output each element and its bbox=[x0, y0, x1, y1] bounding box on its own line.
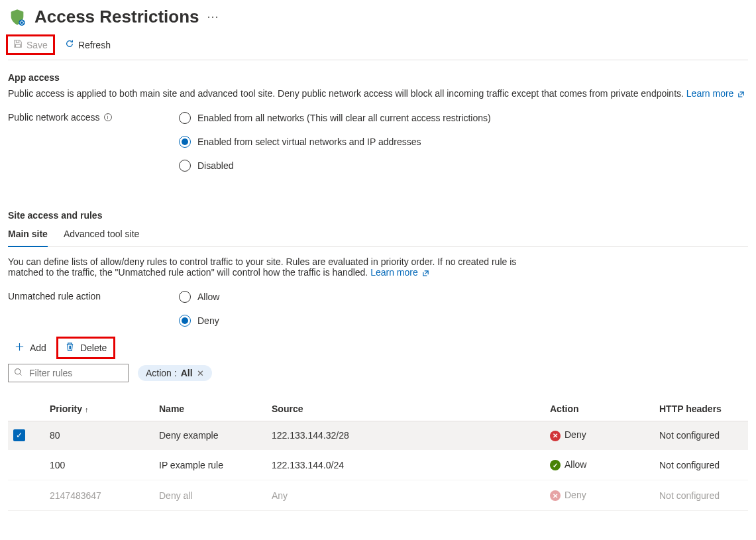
public-network-access-radio-group: Enabled from all networks (This will cle… bbox=[179, 112, 491, 172]
cell-name: Deny example bbox=[154, 421, 266, 450]
sort-asc-icon: ↑ bbox=[85, 405, 89, 413]
trash-icon bbox=[65, 342, 75, 354]
shield-icon bbox=[8, 8, 27, 27]
app-access-description: Public access is applied to both main si… bbox=[8, 88, 748, 99]
refresh-icon bbox=[65, 39, 74, 50]
radio-icon bbox=[179, 291, 191, 303]
public-network-access-label: Public network access i bbox=[8, 112, 179, 123]
table-row[interactable]: 100 IP example rule 122.133.144.0/24 ✓Al… bbox=[8, 450, 748, 480]
close-icon[interactable]: ✕ bbox=[197, 368, 204, 378]
cell-action: ✕Deny bbox=[545, 421, 654, 450]
external-link-icon bbox=[422, 270, 429, 277]
save-button-label: Save bbox=[27, 40, 48, 50]
refresh-button[interactable]: Refresh bbox=[60, 36, 116, 53]
cell-name: IP example rule bbox=[154, 450, 266, 480]
refresh-button-label: Refresh bbox=[78, 40, 111, 50]
table-row[interactable]: 2147483647 Deny all Any ✕Deny Not config… bbox=[8, 480, 748, 511]
cell-priority: 2147483647 bbox=[44, 480, 154, 511]
tab-advanced-tool-site[interactable]: Advanced tool site bbox=[64, 226, 139, 246]
col-http-headers[interactable]: HTTP headers bbox=[654, 397, 748, 421]
filter-row: Action : All ✕ bbox=[8, 364, 748, 382]
command-bar: Save Refresh bbox=[8, 32, 748, 60]
cell-http-headers: Not configured bbox=[654, 421, 748, 450]
unmatched-rule-action-label: Unmatched rule action bbox=[8, 291, 179, 301]
site-access-heading: Site access and rules bbox=[8, 210, 748, 221]
cell-action: ✕Deny bbox=[545, 480, 654, 511]
unmatched-rule-action-radio-group: Allow Deny bbox=[179, 291, 219, 327]
public-network-access-row: Public network access i Enabled from all… bbox=[8, 112, 748, 172]
filter-rules-input-wrap[interactable] bbox=[8, 364, 129, 382]
site-access-description: You can define lists of allow/deny rules… bbox=[8, 256, 551, 278]
allow-icon: ✓ bbox=[550, 460, 561, 470]
row-checkbox[interactable] bbox=[13, 488, 25, 500]
radio-icon bbox=[179, 160, 191, 172]
svg-point-1 bbox=[15, 369, 21, 374]
cell-source: Any bbox=[266, 480, 545, 511]
plus-icon bbox=[15, 342, 25, 354]
pna-enabled-select-radio[interactable]: Enabled from select virtual networks and… bbox=[179, 136, 491, 148]
search-icon bbox=[14, 368, 23, 378]
cell-name: Deny all bbox=[154, 480, 266, 511]
pna-enabled-all-radio[interactable]: Enabled from all networks (This will cle… bbox=[179, 112, 491, 124]
table-row[interactable]: ✓ 80 Deny example 122.133.144.32/28 ✕Den… bbox=[8, 421, 748, 450]
radio-icon bbox=[179, 112, 191, 124]
rules-command-bar: Add Delete bbox=[8, 339, 748, 357]
deny-icon: ✕ bbox=[550, 490, 561, 501]
cell-action: ✓Allow bbox=[545, 450, 654, 480]
unmatched-deny-radio[interactable]: Deny bbox=[179, 315, 219, 327]
pna-disabled-radio[interactable]: Disabled bbox=[179, 160, 491, 172]
page-header: Access Restrictions ··· bbox=[8, 7, 748, 27]
cell-priority: 100 bbox=[44, 450, 154, 480]
col-priority[interactable]: Priority ↑ bbox=[44, 397, 154, 421]
delete-rule-button[interactable]: Delete bbox=[58, 339, 113, 357]
page-title: Access Restrictions bbox=[34, 7, 199, 27]
rules-table: Priority ↑ Name Source Action HTTP heade… bbox=[8, 397, 748, 511]
row-checkbox[interactable]: ✓ bbox=[13, 429, 25, 441]
row-checkbox[interactable] bbox=[13, 458, 25, 470]
deny-icon: ✕ bbox=[550, 431, 561, 441]
more-menu[interactable]: ··· bbox=[207, 10, 219, 24]
info-icon[interactable]: i bbox=[104, 113, 112, 121]
unmatched-rule-action-row: Unmatched rule action Allow Deny bbox=[8, 291, 748, 327]
tab-main-site[interactable]: Main site bbox=[8, 226, 48, 247]
save-icon bbox=[13, 39, 23, 50]
app-access-learn-more-link[interactable]: Learn more bbox=[686, 88, 745, 99]
cell-priority: 80 bbox=[44, 421, 154, 450]
cell-http-headers: Not configured bbox=[654, 480, 748, 511]
save-button[interactable]: Save bbox=[8, 36, 53, 53]
add-rule-button[interactable]: Add bbox=[8, 339, 53, 357]
col-name[interactable]: Name bbox=[154, 397, 266, 421]
cell-source: 122.133.144.32/28 bbox=[266, 421, 545, 450]
app-access-heading: App access bbox=[8, 72, 748, 83]
external-link-icon bbox=[737, 91, 745, 98]
cell-http-headers: Not configured bbox=[654, 450, 748, 480]
unmatched-allow-radio[interactable]: Allow bbox=[179, 291, 219, 303]
col-action[interactable]: Action bbox=[545, 397, 654, 421]
filter-rules-input[interactable] bbox=[28, 367, 146, 379]
col-source[interactable]: Source bbox=[266, 397, 545, 421]
site-access-tabs: Main site Advanced tool site bbox=[8, 226, 748, 247]
cell-source: 122.133.144.0/24 bbox=[266, 450, 545, 480]
site-access-learn-more-link[interactable]: Learn more bbox=[370, 267, 429, 278]
radio-icon bbox=[179, 136, 191, 148]
radio-icon bbox=[179, 315, 191, 327]
action-filter-pill[interactable]: Action : All ✕ bbox=[138, 365, 212, 381]
